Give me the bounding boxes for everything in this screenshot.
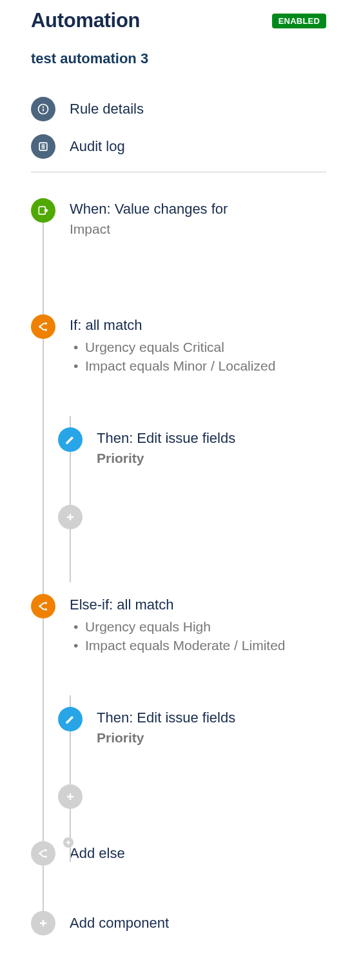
trigger-field: Impact — [70, 221, 326, 237]
svg-point-19 — [44, 849, 47, 852]
rule-details-button[interactable]: Rule details — [31, 97, 326, 121]
svg-point-2 — [43, 107, 44, 107]
then-field: Priority — [97, 730, 326, 746]
trigger-icon — [31, 198, 55, 223]
rule-details-label: Rule details — [70, 101, 144, 117]
plus-icon — [31, 911, 55, 935]
then-node[interactable]: Then: Edit issue fields Priority — [58, 707, 326, 746]
trigger-node[interactable]: When: Value changes for Impact — [31, 198, 326, 237]
then-title: Then: Edit issue fields — [97, 430, 326, 447]
plus-icon — [58, 784, 83, 809]
add-action-button[interactable] — [58, 505, 326, 529]
branch-icon — [31, 594, 55, 618]
edit-icon — [58, 707, 83, 731]
add-else-label: Add else — [70, 841, 125, 862]
if-node[interactable]: If: all match Urgency equals Critical Im… — [31, 314, 326, 376]
trigger-title: When: Value changes for — [70, 201, 326, 218]
audit-log-button[interactable]: Audit log — [31, 134, 326, 159]
condition-item: Urgency equals High — [73, 617, 326, 636]
plus-icon — [58, 505, 83, 529]
svg-point-14 — [44, 602, 47, 604]
page-title: Automation — [31, 9, 140, 32]
then-field: Priority — [97, 451, 326, 466]
add-else-button[interactable]: Add else — [31, 841, 326, 866]
svg-point-20 — [44, 855, 47, 858]
branch-gray-icon — [31, 841, 55, 866]
edit-icon — [58, 427, 83, 452]
then-node[interactable]: Then: Edit issue fields Priority — [58, 427, 326, 466]
list-icon — [31, 134, 55, 159]
condition-item: Impact equals Moderate / Limited — [73, 636, 326, 655]
divider — [31, 172, 326, 172]
condition-item: Urgency equals Critical — [73, 338, 326, 356]
mini-plus-icon — [63, 837, 73, 848]
add-component-label: Add component — [70, 911, 169, 932]
branch-icon — [31, 314, 55, 339]
then-title: Then: Edit issue fields — [97, 709, 326, 726]
condition-item: Impact equals Minor / Localized — [73, 356, 326, 375]
svg-point-10 — [44, 329, 47, 331]
info-icon — [31, 97, 55, 121]
rule-name: test automation 3 — [31, 50, 326, 67]
if-title: If: all match — [70, 317, 326, 334]
add-component-button[interactable]: Add component — [31, 911, 326, 935]
svg-point-9 — [44, 322, 47, 325]
elseif-title: Else-if: all match — [70, 597, 326, 613]
status-badge: ENABLED — [272, 14, 326, 28]
svg-point-15 — [44, 608, 47, 611]
audit-log-label: Audit log — [70, 138, 125, 155]
add-action-button[interactable] — [58, 784, 326, 809]
elseif-node[interactable]: Else-if: all match Urgency equals High I… — [31, 594, 326, 655]
